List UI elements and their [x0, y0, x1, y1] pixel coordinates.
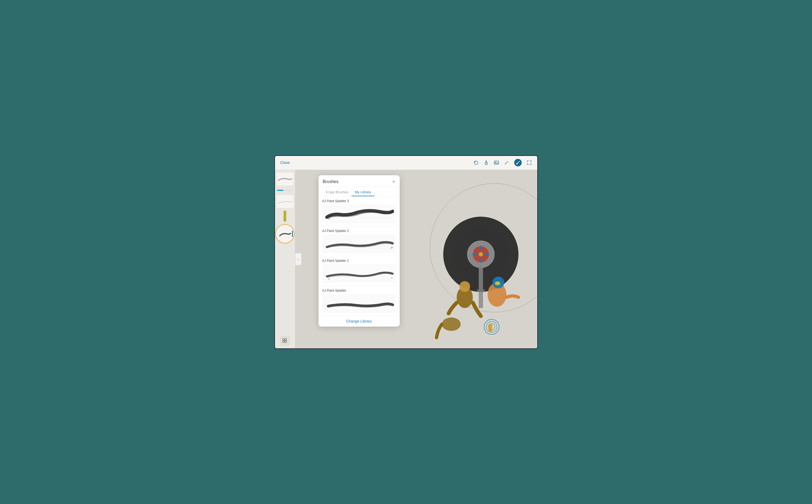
svg-point-25	[495, 281, 500, 285]
undo-icon[interactable]	[473, 160, 479, 165]
sidebar-brush-item-2[interactable]	[277, 195, 293, 208]
svg-rect-1	[494, 161, 499, 164]
svg-point-34	[391, 247, 392, 248]
size-slider[interactable]	[277, 190, 293, 191]
brush-name-2: AJ Paint Splatter 2	[322, 229, 396, 233]
grid-button[interactable]	[280, 336, 290, 346]
brush-item-0[interactable]: AJ Paint Splatter	[319, 286, 400, 316]
main-content: ‹ Brushes + App Brushes My Library	[275, 170, 537, 348]
svg-rect-29	[488, 324, 492, 332]
brush-item-2[interactable]: AJ Paint Splatter 2	[319, 226, 400, 256]
svg-point-32	[330, 218, 330, 219]
brush-name-3: AJ Paint Splatter 3	[322, 199, 396, 203]
svg-point-35	[390, 248, 391, 249]
svg-line-3	[505, 162, 508, 164]
dot-icon	[326, 191, 327, 193]
svg-rect-8	[283, 341, 284, 342]
brush-stroke-1	[322, 264, 396, 283]
brush-item-1[interactable]: AJ Paint Splatter 1	[319, 256, 400, 286]
svg-rect-9	[285, 341, 287, 342]
svg-point-18	[479, 252, 483, 256]
svg-point-31	[328, 218, 330, 219]
brush-stroke-3	[322, 205, 396, 223]
color-indicator	[284, 211, 286, 221]
expand-icon[interactable]	[527, 160, 532, 165]
share-icon[interactable]	[484, 160, 489, 165]
panel-tabs: App Brushes My Library	[319, 187, 400, 196]
pen-icon[interactable]	[504, 160, 509, 165]
close-button[interactable]: Close	[280, 160, 290, 165]
brush-active-icon[interactable]	[514, 159, 522, 166]
panel-header: Brushes +	[319, 175, 400, 187]
svg-rect-7	[285, 339, 287, 340]
svg-rect-19	[479, 265, 483, 308]
brush-item-3[interactable]: AJ Paint Splatter 3	[319, 196, 400, 226]
tab-app-brushes[interactable]: App Brushes	[323, 188, 352, 196]
svg-rect-6	[283, 339, 284, 340]
svg-point-30	[442, 317, 461, 331]
svg-point-5	[517, 163, 518, 165]
app-window: Close	[274, 155, 538, 349]
brush-name-1: AJ Paint Splatter 1	[322, 259, 396, 263]
toolbar: Close	[275, 156, 537, 170]
image-icon[interactable]	[494, 160, 499, 165]
change-library-button[interactable]: Change Library	[319, 316, 400, 327]
toolbar-right	[473, 159, 532, 166]
tab-my-library[interactable]: My Library	[352, 188, 374, 196]
svg-point-37	[391, 277, 392, 278]
brush-stroke-2	[322, 234, 396, 253]
svg-point-33	[328, 219, 328, 220]
toolbar-left: Close	[280, 160, 290, 165]
svg-line-4	[505, 163, 505, 164]
canvas-nav-chevron[interactable]: ‹	[295, 253, 301, 265]
brush-name-0: AJ Paint Splatter	[322, 289, 396, 292]
svg-point-36	[328, 278, 330, 280]
sidebar-brush-item-1[interactable]	[277, 173, 293, 185]
left-sidebar	[275, 170, 295, 348]
brush-stroke-0	[322, 294, 396, 313]
collage-artwork	[427, 206, 524, 348]
panel-title: Brushes	[323, 179, 339, 184]
sidebar-active-brush[interactable]	[275, 224, 295, 244]
svg-point-22	[459, 281, 470, 292]
add-brush-button[interactable]: +	[392, 179, 395, 184]
brushes-panel: Brushes + App Brushes My Library AJ Pai	[319, 175, 400, 327]
canvas-area: ‹ Brushes + App Brushes My Library	[295, 170, 537, 348]
brush-list: AJ Paint Splatter 3	[319, 196, 400, 316]
svg-rect-20	[477, 289, 485, 292]
